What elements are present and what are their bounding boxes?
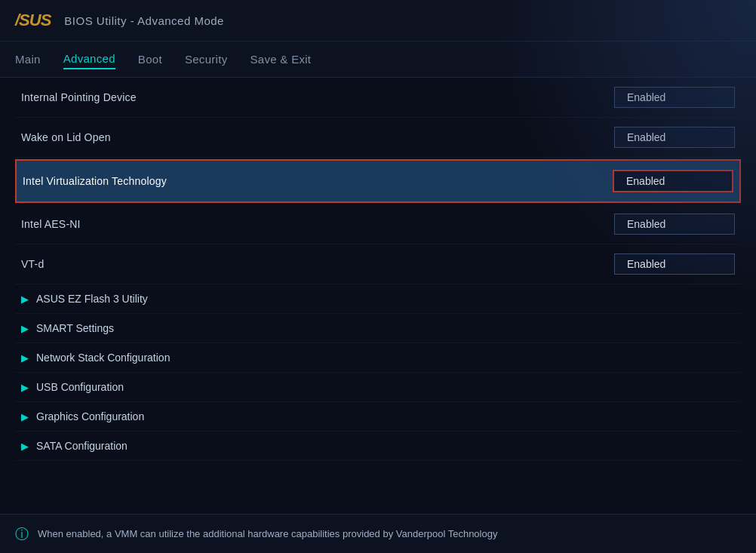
header: /SUS BIOS Utility - Advanced Mode [0,0,756,41]
setting-value-intel-virt[interactable]: Enabled [613,170,733,192]
arrow-icon-graphics-config: ▶ [21,411,29,422]
setting-vt-d[interactable]: VT-d Enabled [15,244,741,284]
setting-value-internal-pointing[interactable]: Enabled [614,87,735,108]
arrow-icon-sata-config: ▶ [21,441,29,452]
arrow-icon-ez-flash: ▶ [21,293,29,305]
setting-name-vt-d: VT-d [21,258,44,270]
setting-name-wake-on-lid: Wake on Lid Open [21,131,111,143]
setting-value-intel-aes[interactable]: Enabled [614,214,735,235]
submenu-usb-config[interactable]: ▶ USB Configuration [15,373,741,402]
footer: ⓘ When enabled, a VMM can utilize the ad… [0,514,756,553]
nav-bar: Main Advanced Boot Security Save & Exit [0,41,756,78]
nav-item-boot[interactable]: Boot [138,50,162,69]
asus-logo: /SUS [15,11,51,30]
setting-internal-pointing[interactable]: Internal Pointing Device Enabled [15,78,741,118]
submenu-smart[interactable]: ▶ SMART Settings [15,314,741,343]
submenu-label-graphics-config: Graphics Configuration [36,410,144,422]
nav-item-main[interactable]: Main [15,50,41,69]
setting-name-intel-aes: Intel AES-NI [21,218,81,230]
submenu-sata-config[interactable]: ▶ SATA Configuration [15,432,741,461]
nav-item-security[interactable]: Security [185,50,228,69]
setting-value-wake-on-lid[interactable]: Enabled [614,127,735,148]
arrow-icon-smart: ▶ [21,323,29,334]
setting-intel-virt[interactable]: Intel Virtualization Technology Enabled [15,159,741,203]
bios-title: BIOS Utility - Advanced Mode [64,14,224,27]
submenu-label-network-stack: Network Stack Configuration [36,352,170,364]
setting-intel-aes[interactable]: Intel AES-NI Enabled [15,204,741,244]
arrow-icon-usb-config: ▶ [21,382,29,393]
footer-info-text: When enabled, a VMM can utilize the addi… [38,528,497,539]
submenu-label-smart: SMART Settings [36,322,114,334]
info-icon: ⓘ [15,525,29,543]
arrow-icon-network-stack: ▶ [21,352,29,364]
setting-name-internal-pointing: Internal Pointing Device [21,91,137,103]
nav-item-save-exit[interactable]: Save & Exit [250,50,312,69]
submenu-label-usb-config: USB Configuration [36,381,124,393]
setting-wake-on-lid[interactable]: Wake on Lid Open Enabled [15,118,741,158]
setting-name-intel-virt: Intel Virtualization Technology [23,175,167,187]
content-area: Internal Pointing Device Enabled Wake on… [0,78,756,461]
submenu-network-stack[interactable]: ▶ Network Stack Configuration [15,343,741,373]
submenu-graphics-config[interactable]: ▶ Graphics Configuration [15,402,741,432]
submenu-label-sata-config: SATA Configuration [36,440,128,452]
setting-value-vt-d[interactable]: Enabled [614,253,735,275]
nav-item-advanced[interactable]: Advanced [63,49,115,69]
submenu-label-ez-flash: ASUS EZ Flash 3 Utility [36,293,148,305]
submenu-ez-flash[interactable]: ▶ ASUS EZ Flash 3 Utility [15,284,741,314]
